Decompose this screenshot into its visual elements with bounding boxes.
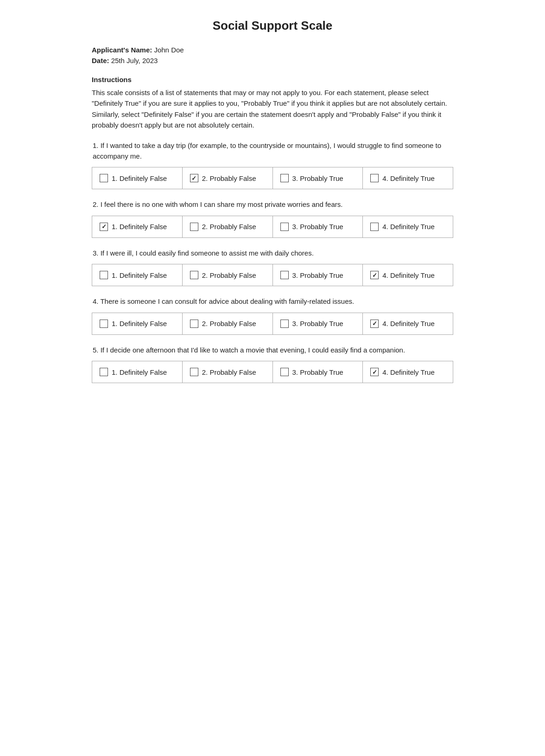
checkbox-1-4[interactable] [370,174,379,182]
option-label-3-1: 1. Definitely False [100,271,175,279]
question-1-option-2[interactable]: 2. Probably False [182,167,272,189]
option-label-4-4: 4. Definitely True [370,320,445,328]
option-label-5-3: 3. Probably True [280,368,355,376]
option-text-2-2: 2. Probably False [202,223,256,231]
question-4-option-1[interactable]: 1. Definitely False [92,313,183,334]
question-1: 1. If I wanted to take a day trip (for e… [92,141,453,189]
question-5: 5. If I decide one afternoon that I'd li… [92,345,453,384]
applicant-name-line: Applicant's Name: John Doe [92,46,453,54]
option-text-3-2: 2. Probably False [202,271,256,279]
checkbox-1-2[interactable] [190,174,198,182]
question-3-text: 3. If I were ill, I could easily find so… [92,248,453,259]
option-text-4-4: 4. Definitely True [382,320,435,327]
option-text-4-3: 3. Probably True [292,320,343,327]
question-1-option-4[interactable]: 4. Definitely True [363,167,453,189]
question-2-option-3[interactable]: 3. Probably True [272,216,363,237]
question-2-option-2[interactable]: 2. Probably False [182,216,272,237]
date-line: Date: 25th July, 2023 [92,57,453,64]
option-label-1-4: 4. Definitely True [370,174,445,182]
instructions-heading: Instructions [92,76,453,83]
question-5-option-2[interactable]: 2. Probably False [182,361,272,383]
question-2-option-4[interactable]: 4. Definitely True [363,216,453,237]
checkbox-2-3[interactable] [280,223,289,231]
option-text-1-3: 3. Probably True [292,174,343,182]
option-text-3-3: 3. Probably True [292,271,343,279]
checkbox-4-1[interactable] [100,320,108,328]
question-4-text: 4. There is someone I can consult for ad… [92,296,453,307]
question-3-option-2[interactable]: 2. Probably False [182,264,272,286]
question-1-text: 1. If I wanted to take a day trip (for e… [92,141,453,161]
question-1-option-1[interactable]: 1. Definitely False [92,167,183,189]
question-5-option-4[interactable]: 4. Definitely True [363,361,453,383]
checkbox-4-3[interactable] [280,320,289,328]
option-label-4-1: 1. Definitely False [100,320,175,328]
checkbox-3-2[interactable] [190,271,198,279]
question-4-option-4[interactable]: 4. Definitely True [363,313,453,334]
checkbox-1-1[interactable] [100,174,108,182]
instructions-body: This scale consists of a list of stateme… [92,87,453,130]
checkbox-4-4[interactable] [370,320,379,328]
checkbox-5-4[interactable] [370,368,379,376]
question-3-option-1[interactable]: 1. Definitely False [92,264,183,286]
option-label-1-3: 3. Probably True [280,174,355,182]
checkbox-5-3[interactable] [280,368,289,376]
question-4: 4. There is someone I can consult for ad… [92,296,453,335]
option-label-2-1: 1. Definitely False [100,223,175,231]
option-text-4-1: 1. Definitely False [112,320,167,327]
date-value: 25th July, 2023 [111,57,158,64]
option-text-2-4: 4. Definitely True [382,223,435,231]
option-label-1-2: 2. Probably False [190,174,265,182]
question-5-option-3[interactable]: 3. Probably True [272,361,363,383]
question-3-option-3[interactable]: 3. Probably True [272,264,363,286]
question-4-option-3[interactable]: 3. Probably True [272,313,363,334]
option-text-5-1: 1. Definitely False [112,368,167,376]
question-4-option-2[interactable]: 2. Probably False [182,313,272,334]
checkbox-3-3[interactable] [280,271,289,279]
question-5-options: 1. Definitely False2. Probably False3. P… [92,361,453,383]
applicant-name-label: Applicant's Name: [92,46,152,54]
question-2-option-1[interactable]: 1. Definitely False [92,216,183,237]
option-text-2-1: 1. Definitely False [112,223,167,231]
option-text-3-4: 4. Definitely True [382,271,435,279]
question-3: 3. If I were ill, I could easily find so… [92,248,453,287]
question-2: 2. I feel there is no one with whom I ca… [92,199,453,238]
option-label-3-2: 2. Probably False [190,271,265,279]
question-4-options: 1. Definitely False2. Probably False3. P… [92,313,453,335]
option-text-4-2: 2. Probably False [202,320,256,327]
question-5-text: 5. If I decide one afternoon that I'd li… [92,345,453,356]
checkbox-2-2[interactable] [190,223,198,231]
option-label-4-2: 2. Probably False [190,320,265,328]
question-1-option-3[interactable]: 3. Probably True [272,167,363,189]
checkbox-3-4[interactable] [370,271,379,279]
option-label-4-3: 3. Probably True [280,320,355,328]
option-text-1-2: 2. Probably False [202,174,256,182]
option-text-2-3: 3. Probably True [292,223,343,231]
question-5-option-1[interactable]: 1. Definitely False [92,361,183,383]
checkbox-1-3[interactable] [280,174,289,182]
option-label-2-3: 3. Probably True [280,223,355,231]
question-2-options: 1. Definitely False2. Probably False3. P… [92,216,453,238]
option-label-2-4: 4. Definitely True [370,223,445,231]
option-text-5-3: 3. Probably True [292,368,343,376]
option-label-5-2: 2. Probably False [190,368,265,376]
page-title: Social Support Scale [92,19,453,33]
option-label-5-4: 4. Definitely True [370,368,445,376]
question-1-options: 1. Definitely False2. Probably False3. P… [92,167,453,189]
option-text-5-4: 4. Definitely True [382,368,435,376]
checkbox-2-1[interactable] [100,223,108,231]
option-text-3-1: 1. Definitely False [112,271,167,279]
question-3-options: 1. Definitely False2. Probably False3. P… [92,264,453,286]
option-text-1-4: 4. Definitely True [382,174,435,182]
questions-container: 1. If I wanted to take a day trip (for e… [92,141,453,383]
question-3-option-4[interactable]: 4. Definitely True [363,264,453,286]
option-label-5-1: 1. Definitely False [100,368,175,376]
option-label-2-2: 2. Probably False [190,223,265,231]
date-label: Date: [92,57,109,64]
checkbox-4-2[interactable] [190,320,198,328]
checkbox-3-1[interactable] [100,271,108,279]
checkbox-5-1[interactable] [100,368,108,376]
question-2-text: 2. I feel there is no one with whom I ca… [92,199,453,210]
checkbox-5-2[interactable] [190,368,198,376]
checkbox-2-4[interactable] [370,223,379,231]
applicant-name-value: John Doe [154,46,184,54]
